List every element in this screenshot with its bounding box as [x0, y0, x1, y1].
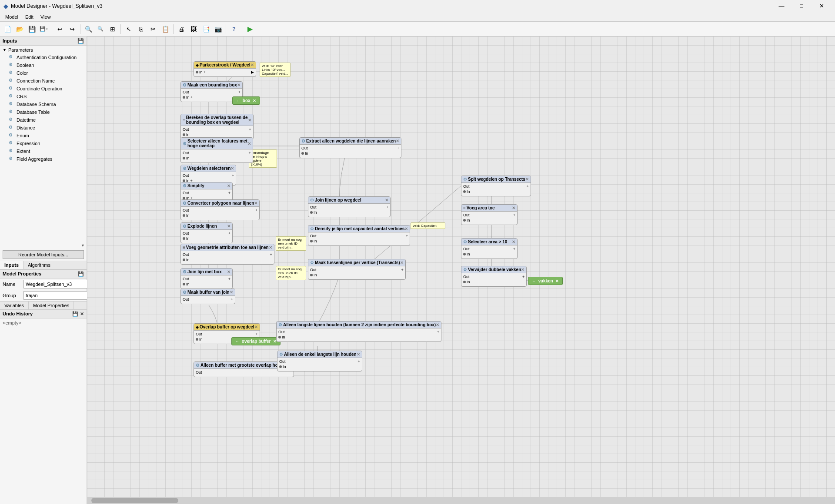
port-in[interactable]: In — [183, 282, 190, 286]
node-selecteer-area[interactable]: ⚙ Selecteer area > 10 ✕ Out + In — [461, 238, 518, 259]
port-plus[interactable]: + — [270, 252, 272, 257]
group-input[interactable] — [23, 291, 88, 300]
save-as-button[interactable]: 💾+ — [38, 23, 50, 35]
port-plus[interactable]: + — [238, 90, 240, 94]
reorder-model-inputs-button[interactable]: Reorder Model Inputs... — [3, 250, 84, 259]
tree-item-boolean[interactable]: ⚙ Boolean — [0, 61, 87, 69]
canvas[interactable]: ◆ Parkeerstrook / Wegdeel ✕ In + ▶ — [87, 36, 835, 504]
node-maak-buffer[interactable]: ⚙ Maak buffer van join ✕ Out + — [180, 288, 235, 304]
zoom-fit-button[interactable]: ⊞ — [107, 23, 118, 35]
node-voeg-area[interactable]: ≡ Voeg area toe ✕ Out + In — [461, 204, 518, 225]
port-plus[interactable]: + — [513, 247, 515, 251]
tree-item-coord-op[interactable]: ⚙ Coordinate Operation — [0, 85, 87, 93]
node-close-icon[interactable]: ✕ — [404, 226, 408, 231]
select-button[interactable]: ↖ — [123, 23, 134, 35]
node-extract[interactable]: ⚙ Extract alleen wegdelen die lijnen aan… — [299, 137, 401, 158]
parameters-section[interactable]: ▼ Parameters — [0, 46, 87, 53]
node-densify[interactable]: ⚙ Densify je lijn met capaciteit aantal … — [308, 225, 410, 246]
zoom-in-button[interactable]: 🔍 — [83, 23, 94, 35]
zoom-out-button[interactable]: 🔍 — [95, 23, 106, 35]
scrollbar-thumb[interactable] — [91, 498, 178, 503]
node-close-icon[interactable]: ✕ — [357, 352, 360, 357]
node-close-icon[interactable]: ✕ — [512, 239, 515, 244]
node-voeg-geom[interactable]: ≡ Voeg geometrie attributen toe aan lijn… — [180, 244, 274, 265]
port-plus[interactable]: + — [232, 173, 234, 178]
node-converteer[interactable]: ⚙ Converteer polygoon naar lijnen ✕ Out … — [180, 199, 260, 220]
port-plus[interactable]: + — [437, 330, 439, 334]
tree-item-auth-config[interactable]: ⚙ Authentication Configuration — [0, 53, 87, 61]
node-selecteer-features[interactable]: ⚙ Selecteer alleen features methoge over… — [180, 137, 253, 163]
node-close-icon[interactable]: ✕ — [269, 245, 272, 250]
tree-item-distance[interactable]: ⚙ Distance — [0, 124, 87, 132]
paste-button[interactable]: 📋 — [160, 23, 171, 35]
output-close[interactable]: ✕ — [555, 279, 559, 283]
port-in[interactable]: In — [183, 133, 190, 137]
node-vakken-output[interactable]: ← vakken ✕ — [528, 277, 563, 285]
tab-model-properties[interactable]: Model Properties — [29, 302, 74, 309]
node-spit[interactable]: ⚙ Spit wegdelen op Transects ✕ Out + In — [461, 176, 531, 196]
node-close-icon[interactable]: ✕ — [512, 206, 515, 210]
port-in[interactable]: In — [279, 365, 286, 369]
port-plus[interactable]: + — [228, 231, 230, 235]
port-in[interactable]: In — [310, 210, 317, 215]
node-overlap-output[interactable]: ← overlap buffer ✕ — [231, 337, 281, 345]
port-plus[interactable]: + — [228, 191, 230, 195]
horizontal-scrollbar[interactable] — [87, 497, 835, 504]
menu-model[interactable]: Model — [2, 13, 22, 20]
node-explode[interactable]: ⚙ Explode lijnen ✕ Out + In — [180, 222, 233, 243]
tree-item-field-agg[interactable]: ⚙ Field Aggregates — [0, 155, 87, 163]
tab-algorithms[interactable]: Algorithms — [23, 261, 55, 269]
node-close-icon[interactable]: ✕ — [237, 83, 240, 87]
node-close-icon[interactable]: ✕ — [227, 224, 230, 229]
port-in[interactable]: In + — [196, 70, 206, 74]
tab-variables[interactable]: Variables — [0, 302, 29, 309]
port-in[interactable]: In — [463, 218, 470, 222]
save-button[interactable]: 💾 — [26, 23, 37, 35]
port-plus[interactable]: + — [513, 213, 515, 217]
port-in[interactable]: In + — [183, 95, 193, 99]
export-pdf-button[interactable]: 📑 — [200, 23, 211, 35]
name-input[interactable] — [23, 280, 88, 288]
node-parkeerstrook[interactable]: ◆ Parkeerstrook / Wegdeel ✕ In + ▶ — [194, 61, 256, 77]
tree-item-db-table[interactable]: ⚙ Database Table — [0, 108, 87, 116]
node-close-icon[interactable]: ✕ — [227, 183, 230, 188]
node-close-icon[interactable]: ✕ — [230, 166, 234, 171]
node-join-lijnen[interactable]: ⚙ Join lijnen op wegdeel ✕ Out + In — [308, 196, 391, 217]
tree-item-datetime[interactable]: ⚙ Datetime — [0, 116, 87, 124]
node-close-icon[interactable]: ✕ — [396, 139, 399, 143]
port-plus[interactable]: + — [228, 277, 230, 281]
undo-button[interactable]: ↩ — [54, 23, 66, 35]
node-close-icon[interactable]: ✕ — [250, 63, 254, 67]
node-box-output[interactable]: ← box ✕ — [232, 96, 260, 105]
node-alleen-langste[interactable]: ⚙ Alleen langste lijnen houden (kunnen 2… — [276, 321, 441, 342]
port-in[interactable]: In — [183, 258, 190, 262]
help-button[interactable]: ? — [228, 23, 240, 35]
cut-button[interactable]: ✂ — [147, 23, 159, 35]
new-button[interactable]: 📄 — [2, 23, 13, 35]
close-button[interactable]: ✕ — [812, 0, 832, 12]
tree-item-expression[interactable]: ⚙ Expression — [0, 139, 87, 147]
inputs-save-icon[interactable]: 💾 — [77, 38, 84, 44]
port-in[interactable]: In — [463, 252, 470, 256]
maximize-button[interactable]: □ — [792, 0, 812, 12]
node-close-icon[interactable]: ✕ — [400, 260, 404, 265]
tree-item-enum[interactable]: ⚙ Enum — [0, 132, 87, 139]
port-plus[interactable]: + — [406, 234, 408, 238]
port-plus[interactable]: + — [397, 146, 399, 150]
port-plus[interactable]: + — [401, 268, 403, 272]
print-button[interactable]: 🖨 — [176, 23, 187, 35]
node-close-icon[interactable]: ✕ — [230, 290, 233, 295]
node-bereken[interactable]: ≡ Bereken de overlap tussen debounding b… — [180, 114, 254, 139]
tree-item-extent[interactable]: ⚙ Extent — [0, 147, 87, 155]
port-plus[interactable]: + — [386, 205, 388, 209]
port-plus[interactable]: + — [522, 275, 524, 279]
redo-button[interactable]: ↪ — [67, 23, 78, 35]
node-close-icon[interactable]: ✕ — [525, 177, 529, 182]
port-in[interactable]: In — [310, 273, 317, 277]
node-close-icon[interactable]: ✕ — [521, 267, 524, 272]
minimize-button[interactable]: — — [772, 0, 792, 12]
port-plus[interactable]: + — [230, 297, 233, 302]
node-close-icon[interactable]: ✕ — [247, 141, 251, 146]
tree-item-connection-name[interactable]: ⚙ Connection Name — [0, 77, 87, 85]
port-in[interactable]: In — [463, 280, 470, 284]
